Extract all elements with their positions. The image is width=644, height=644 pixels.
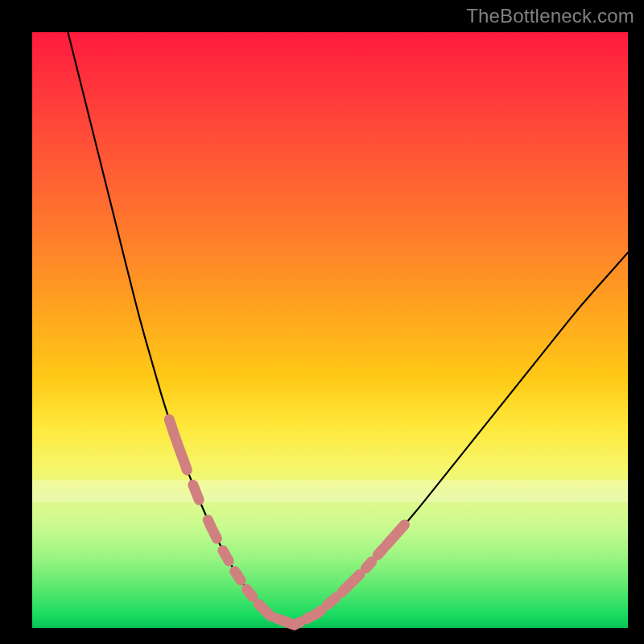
dash-overlay [169,419,404,625]
dash-segment [235,572,241,580]
dash-segment [316,610,321,614]
dash-segment [169,419,187,470]
dash-segment [276,618,300,625]
dash-segment [365,562,371,568]
watermark-text: TheBottleneck.com [466,5,634,27]
bottleneck-curve [68,32,628,622]
dash-segment [208,520,217,539]
curve-svg [32,32,628,628]
dash-segment [342,574,360,592]
chart-frame: TheBottleneck.com [0,0,644,644]
dash-segment [193,485,199,500]
plot-area [32,32,628,628]
dash-segment [327,597,336,605]
dash-segment [246,589,252,597]
dash-segment [258,604,270,616]
dash-segment [378,548,383,555]
dash-segment [386,525,404,545]
dash-segment [223,551,229,561]
